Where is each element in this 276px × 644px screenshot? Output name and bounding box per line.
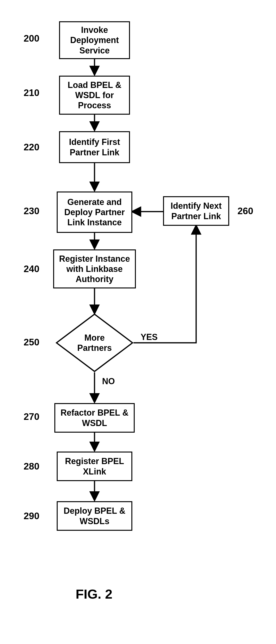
node-250-text: MorePartners — [77, 333, 112, 353]
edge-label-no: NO — [102, 376, 115, 386]
node-number-280: 280 — [24, 461, 39, 472]
node-220-text: Identify FirstPartner Link — [69, 137, 120, 157]
node-280-text: Register BPELXLink — [65, 456, 124, 476]
node-290: Deploy BPEL &WSDLs — [57, 501, 132, 531]
node-260-text: Identify NextPartner Link — [171, 201, 222, 221]
node-number-270: 270 — [24, 411, 39, 422]
node-230-text: Generate andDeploy PartnerLink Instance — [64, 197, 125, 228]
edge-label-yes: YES — [141, 332, 158, 342]
node-number-250: 250 — [24, 337, 39, 348]
node-number-240: 240 — [24, 264, 39, 274]
node-210: Load BPEL &WSDL forProcess — [59, 76, 130, 115]
node-number-210: 210 — [24, 88, 39, 98]
node-250: MorePartners — [55, 313, 134, 372]
node-200-text: InvokeDeploymentService — [70, 25, 119, 56]
node-240-text: Register Instancewith LinkbaseAuthority — [59, 254, 130, 284]
node-270: Refactor BPEL &WSDL — [54, 403, 135, 433]
node-210-text: Load BPEL &WSDL forProcess — [68, 80, 121, 111]
node-200: InvokeDeploymentService — [59, 21, 130, 59]
node-270-text: Refactor BPEL &WSDL — [60, 408, 128, 428]
node-280: Register BPELXLink — [57, 452, 132, 481]
node-number-220: 220 — [24, 142, 39, 152]
node-290-text: Deploy BPEL &WSDLs — [63, 506, 125, 526]
flowchart-fig2: 200 InvokeDeploymentService 210 Load BPE… — [0, 0, 276, 644]
node-number-230: 230 — [24, 206, 39, 216]
node-number-260: 260 — [238, 206, 253, 216]
figure-caption: FIG. 2 — [76, 586, 112, 602]
node-230: Generate andDeploy PartnerLink Instance — [57, 192, 132, 233]
node-number-200: 200 — [24, 33, 39, 44]
node-number-290: 290 — [24, 511, 39, 521]
node-240: Register Instancewith LinkbaseAuthority — [53, 250, 136, 288]
node-260: Identify NextPartner Link — [163, 196, 229, 226]
connector-lines — [0, 0, 276, 644]
node-220: Identify FirstPartner Link — [59, 131, 130, 163]
